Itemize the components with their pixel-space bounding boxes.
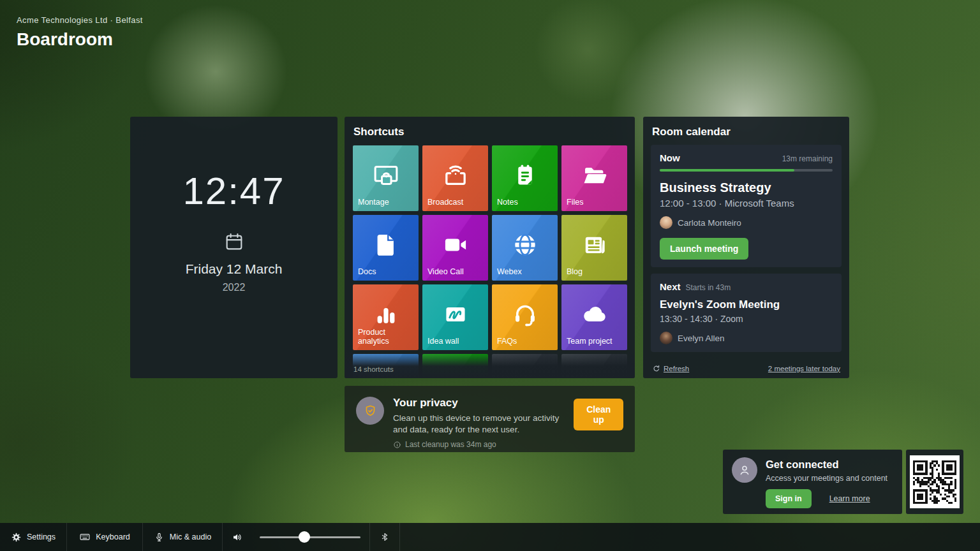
now-label: Now <box>660 152 680 163</box>
meetings-later-link[interactable]: 2 meetings later today <box>768 365 840 372</box>
cast-screen-icon <box>371 161 401 190</box>
shortcut-label: Docs <box>358 267 415 277</box>
shortcut-label: Idea wall <box>427 337 485 346</box>
shortcut-label: Team project <box>567 337 624 346</box>
shortcut-tile-notes[interactable]: Notes <box>492 145 558 211</box>
current-meeting-card: Now 13m remaining Business Strategy 12:0… <box>651 145 842 267</box>
next-meeting-time-platform: 13:30 - 14:30 · Zoom <box>660 314 833 324</box>
shortcut-tile-product-analytics[interactable]: Product analytics <box>353 284 419 350</box>
next-label: Next <box>660 281 681 292</box>
org-location: Acme Technologies Ltd · Belfast <box>17 15 143 25</box>
next-meeting-title: Evelyn's Zoom Meeting <box>660 298 833 311</box>
shortcut-tile-broadcast[interactable]: Broadcast <box>422 145 488 211</box>
broadcast-icon <box>441 161 470 190</box>
meeting-progress-bar <box>660 169 833 172</box>
shortcuts-count: 14 shortcuts <box>353 365 394 373</box>
shortcut-tile-montage[interactable]: Montage <box>353 145 419 211</box>
microphone-icon <box>154 532 165 543</box>
keyboard-icon <box>79 531 91 543</box>
shortcut-label: Webex <box>497 267 554 277</box>
shortcut-label: Montage <box>358 198 415 207</box>
meeting-progress-fill <box>660 169 794 172</box>
bluetooth-icon <box>380 532 390 542</box>
next-meeting-card: Next Starts in 43m Evelyn's Zoom Meeting… <box>651 274 842 352</box>
shortcuts-title: Shortcuts <box>353 126 635 138</box>
room-name: Boardroom <box>17 29 143 50</box>
current-meeting-time-platform: 12:00 - 13:00 · Microsoft Teams <box>660 198 833 209</box>
shortcut-label: Files <box>567 198 624 207</box>
refresh-icon <box>652 364 660 372</box>
privacy-shield-badge <box>356 397 384 425</box>
document-icon <box>371 230 401 260</box>
room-calendar-title: Room calendar <box>652 126 849 138</box>
shortcut-label: Notes <box>497 198 554 207</box>
starts-in: Starts in 43m <box>686 283 731 292</box>
volume-slider[interactable] <box>260 531 360 543</box>
mic-audio-button[interactable]: Mic & audio <box>143 523 222 551</box>
shortcut-tile-faqs[interactable]: FAQs <box>492 284 558 350</box>
newspaper-icon <box>580 230 609 260</box>
clock-year: 2022 <box>223 282 246 293</box>
clock-date: Friday 12 March <box>186 261 283 277</box>
shortcut-tile-webex[interactable]: Webex <box>492 215 558 281</box>
volume-thumb[interactable] <box>299 531 310 543</box>
organizer-name: Evelyn Allen <box>678 334 725 343</box>
shortcut-tile-video-call[interactable]: Video Call <box>422 215 488 281</box>
calendar-footer: Refresh 2 meetings later today <box>652 364 840 372</box>
keyboard-button[interactable]: Keyboard <box>67 523 142 551</box>
shortcuts-grid: Montage Broadcast <box>353 145 627 378</box>
shortcut-label: Video Call <box>427 267 485 277</box>
organizer-avatar <box>660 332 672 344</box>
next-meeting-organizer: Evelyn Allen <box>660 332 833 344</box>
shortcut-label: FAQs <box>497 337 554 346</box>
privacy-description: Clean up this device to remove your acti… <box>393 413 574 436</box>
qr-code-panel <box>906 450 963 514</box>
last-cleanup-status: Last cleanup was 34m ago <box>393 440 574 449</box>
whiteboard-icon <box>441 300 470 329</box>
shortcut-label: Product analytics <box>358 328 415 347</box>
shortcut-tile-blog[interactable]: Blog <box>561 215 627 281</box>
volume-control <box>223 523 369 551</box>
bar-divider <box>399 523 400 551</box>
organizer-name: Carlota Monteiro <box>678 218 741 228</box>
shortcuts-panel: Shortcuts Montage <box>345 117 635 378</box>
room-display-screen: Acme Technologies Ltd · Belfast Boardroo… <box>0 0 980 551</box>
clock-time: 12:47 <box>182 169 285 213</box>
header: Acme Technologies Ltd · Belfast Boardroo… <box>17 15 143 50</box>
current-meeting-organizer: Carlota Monteiro <box>660 216 833 229</box>
organizer-avatar <box>660 216 672 229</box>
privacy-title: Your privacy <box>393 397 574 409</box>
calendar-icon <box>223 231 245 253</box>
settings-button[interactable]: Settings <box>0 523 66 551</box>
volume-track[interactable] <box>260 536 360 538</box>
clean-up-button[interactable]: Clean up <box>574 399 623 430</box>
qr-code <box>910 455 960 508</box>
info-icon <box>393 441 401 449</box>
privacy-banner: Your privacy Clean up this device to rem… <box>345 386 635 452</box>
shortcut-label: Broadcast <box>427 198 485 207</box>
get-connected-subtitle: Access your meetings and content <box>766 474 887 483</box>
learn-more-link[interactable]: Learn more <box>829 494 870 503</box>
shortcut-tile-idea-wall[interactable]: Idea wall <box>422 284 488 350</box>
get-connected-title: Get connected <box>766 459 887 471</box>
shortcut-tile-files[interactable]: Files <box>561 145 627 211</box>
shortcut-tile-team-project[interactable]: Team project <box>561 284 627 350</box>
person-icon <box>738 463 752 477</box>
shield-check-icon <box>363 404 378 418</box>
clock-panel: 12:47 Friday 12 March 2022 <box>130 117 338 378</box>
notepad-icon <box>510 161 540 190</box>
bluetooth-button[interactable] <box>370 523 399 551</box>
shortcut-tile-docs[interactable]: Docs <box>353 215 419 281</box>
speaker-icon[interactable] <box>232 531 244 543</box>
headset-icon <box>510 300 540 329</box>
folder-icon <box>580 161 609 190</box>
room-calendar-panel: Room calendar Now 13m remaining Business… <box>643 117 849 378</box>
refresh-link[interactable]: Refresh <box>652 364 689 372</box>
bar-chart-icon <box>371 300 401 329</box>
gear-icon <box>11 532 22 543</box>
video-camera-icon <box>441 230 470 260</box>
sign-in-button[interactable]: Sign in <box>766 489 812 508</box>
cloud-icon <box>580 300 609 329</box>
launch-meeting-button[interactable]: Launch meeting <box>660 238 748 260</box>
bottom-bar: Settings Keyboard Mic <box>0 523 980 551</box>
